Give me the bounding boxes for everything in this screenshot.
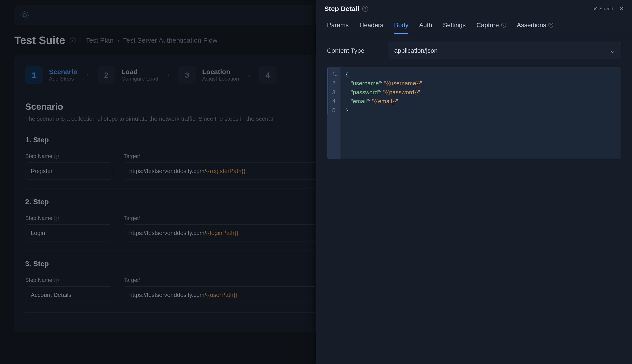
tab-assertions[interactable]: Assertions? [517,22,554,34]
tab-auth[interactable]: Auth [419,22,432,34]
code-gutter: 12345 ▾ [327,67,340,159]
step-detail-panel: Step Detail ? ✔ Saved ✕ ParamsHeadersBod… [316,0,632,364]
fold-icon[interactable]: ▾ [335,71,337,80]
content-type-select[interactable]: application/json ⌄ [388,42,621,59]
help-icon[interactable]: ? [362,6,368,12]
tab-params[interactable]: Params [327,22,349,34]
panel-title: Step Detail [324,5,359,12]
content-type-label: Content Type [327,47,374,54]
code-editor[interactable]: 12345 ▾ { "username": "{{username}}", "p… [327,67,621,159]
help-icon[interactable]: ? [501,23,506,28]
close-icon[interactable]: ✕ [619,5,624,12]
panel-tabs: ParamsHeadersBodyAuthSettingsCapture?Ass… [316,18,632,34]
code-content[interactable]: { "username": "{{username}}", "password"… [340,67,429,159]
chevron-down-icon: ⌄ [609,47,615,54]
tab-headers[interactable]: Headers [359,22,383,34]
saved-status: ✔ Saved [593,6,613,12]
check-icon: ✔ [593,6,598,12]
help-icon[interactable]: ? [548,23,553,28]
tab-body[interactable]: Body [394,22,408,34]
tab-settings[interactable]: Settings [443,22,466,34]
tab-capture[interactable]: Capture? [477,22,506,34]
